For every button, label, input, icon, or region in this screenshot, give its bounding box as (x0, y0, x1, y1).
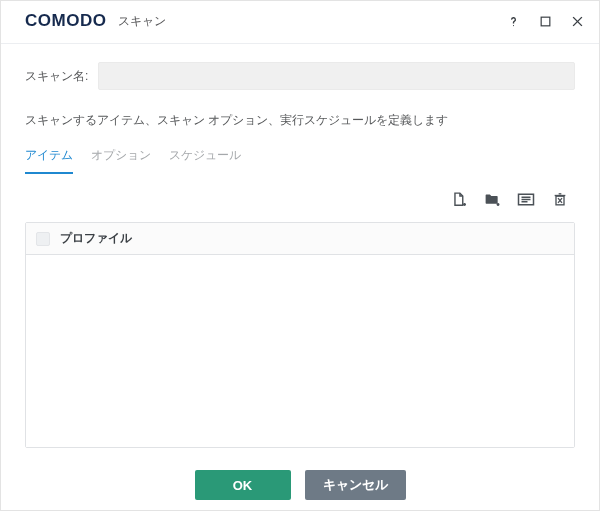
help-button[interactable] (501, 9, 525, 33)
svg-rect-1 (541, 17, 550, 26)
subtitle-text: スキャンするアイテム、スキャン オプション、実行スケジュールを定義します (25, 112, 575, 129)
window-title: スキャン (118, 13, 166, 30)
add-folder-icon (483, 191, 501, 208)
comodo-logo: COMODO (25, 11, 106, 31)
help-icon (506, 14, 521, 29)
scan-dialog-window: COMODO スキャン (0, 0, 600, 511)
close-icon (570, 14, 585, 29)
profile-list-header: プロファイル (26, 223, 574, 255)
add-file-button[interactable] (449, 190, 467, 208)
title-bar: COMODO スキャン (1, 1, 599, 44)
scan-name-input[interactable] (98, 62, 575, 90)
add-area-icon (517, 192, 535, 207)
scan-name-label: スキャン名: (25, 68, 88, 85)
add-folder-button[interactable] (483, 190, 501, 208)
profile-list-body (26, 255, 574, 447)
title-left: COMODO スキャン (25, 11, 166, 31)
trash-icon (552, 191, 568, 208)
footer: OK キャンセル (25, 448, 575, 511)
add-file-icon (450, 191, 467, 208)
cancel-button[interactable]: キャンセル (305, 470, 406, 500)
close-button[interactable] (565, 9, 589, 33)
maximize-button[interactable] (533, 9, 557, 33)
items-panel: プロファイル (25, 174, 575, 448)
tab-schedule[interactable]: スケジュール (169, 147, 241, 174)
svg-point-0 (512, 25, 513, 26)
content-area: スキャン名: スキャンするアイテム、スキャン オプション、実行スケジュールを定義… (1, 44, 599, 511)
title-controls (501, 9, 589, 33)
maximize-icon (539, 15, 552, 28)
profile-column-header: プロファイル (60, 231, 132, 246)
panel-toolbar (25, 174, 575, 222)
tab-options[interactable]: オプション (91, 147, 151, 174)
scan-name-row: スキャン名: (25, 62, 575, 90)
tab-items[interactable]: アイテム (25, 147, 73, 174)
select-all-checkbox[interactable] (36, 232, 50, 246)
add-area-button[interactable] (517, 190, 535, 208)
tabs-row: アイテム オプション スケジュール (25, 147, 575, 174)
profile-list: プロファイル (25, 222, 575, 448)
delete-button[interactable] (551, 190, 569, 208)
ok-button[interactable]: OK (195, 470, 291, 500)
